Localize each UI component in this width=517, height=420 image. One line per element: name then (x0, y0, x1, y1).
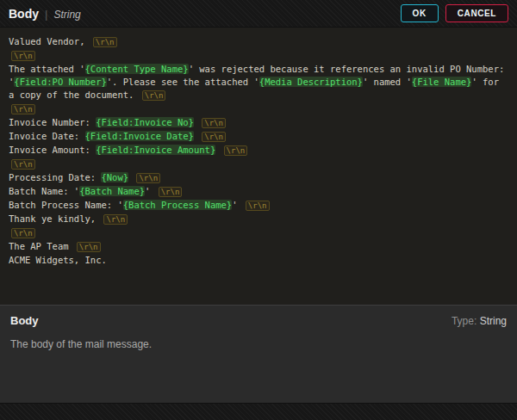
type-label: Type: (452, 315, 477, 327)
editor-text: The attached ' (9, 64, 85, 74)
crlf-token: \r\n (11, 159, 35, 170)
template-token: {Content Type Name} (85, 64, 189, 74)
crlf-token: \r\n (77, 242, 101, 252)
editor-line: The attached '{Content Type Name}' was r… (9, 63, 508, 102)
editor-text: ' (145, 186, 156, 196)
editor-line: Thank ye kindly, \r\n (9, 213, 508, 226)
editor-text (215, 145, 221, 155)
crlf-token: \r\n (142, 90, 166, 101)
template-token: {Field:Invoice Amount} (96, 145, 215, 155)
dialog-type-subtitle: String (53, 9, 80, 21)
editor-line: Invoice Amount: {Field:Invoice Amount} \… (9, 144, 508, 158)
editor-text (128, 172, 134, 182)
info-header: Body Type: String (10, 314, 507, 327)
title-separator: | (45, 8, 47, 21)
editor-text: ' named ' (363, 77, 412, 87)
field-description: The body of the mail message. (10, 338, 507, 350)
editor-line: \r\n (9, 102, 508, 116)
crlf-token: \r\n (11, 104, 35, 114)
crlf-token: \r\n (103, 214, 128, 225)
editor-text: Invoice Amount: (9, 145, 96, 155)
editor-text: Processing Date: (9, 172, 101, 182)
editor-text: '. Please see the attached ' (107, 77, 259, 87)
footer-strip (0, 403, 517, 420)
template-token: {Field:Invoice Date} (85, 131, 194, 141)
field-type: Type: String (452, 315, 507, 327)
editor-line: Processing Date: {Now} \r\n (9, 171, 508, 185)
editor-line: Batch Name: '{Batch Name}' \r\n (9, 185, 508, 199)
dialog-title: Body (9, 7, 39, 21)
crlf-token: \r\n (224, 145, 248, 156)
template-token: {Now} (101, 172, 128, 182)
editor-line: \r\n (9, 49, 508, 63)
crlf-token: \r\n (11, 51, 35, 61)
editor-line: Valued Vendor, \r\n (9, 35, 508, 49)
editor-text: Batch Name: ' (9, 186, 79, 196)
crlf-token: \r\n (93, 37, 117, 47)
crlf-token: \r\n (202, 132, 226, 142)
template-token: {Field:PO Number} (14, 77, 106, 87)
ok-button[interactable]: OK (401, 4, 439, 22)
editor-text: Invoice Number: (9, 117, 96, 127)
crlf-token: \r\n (159, 187, 183, 197)
cancel-button[interactable]: CANCEL (445, 4, 508, 22)
editor-text: Invoice Date: (9, 131, 85, 141)
editor-line: Invoice Date: {Field:Invoice Date} \r\n (9, 130, 508, 144)
body-editor-dialog: Body | String OK CANCEL Valued Vendor, \… (0, 0, 517, 420)
editor-text: Valued Vendor, (9, 36, 90, 46)
template-token: {Batch Name} (79, 186, 145, 196)
dialog-actions: OK CANCEL (401, 4, 508, 22)
editor-text: Batch Process Name: ' (9, 200, 123, 210)
editor-text (194, 131, 199, 141)
editor-line: Invoice Number: {Field:Invoice No} \r\n (9, 116, 508, 130)
field-name: Body (10, 314, 39, 327)
editor-text: ' (232, 200, 243, 210)
editor-line: \r\n (9, 226, 508, 240)
crlf-token: \r\n (202, 118, 226, 128)
info-panel: Body Type: String The body of the mail m… (0, 305, 517, 403)
template-token: {Field:Invoice No} (96, 117, 194, 127)
crlf-token: \r\n (11, 228, 35, 238)
type-value: String (480, 315, 507, 327)
body-text-editor[interactable]: Valued Vendor, \r\n\r\nThe attached '{Co… (0, 28, 517, 305)
editor-line: Batch Process Name: '{Batch Process Name… (9, 199, 508, 213)
editor-text: Thank ye kindly, (9, 213, 101, 224)
editor-text: ACME Widgets, Inc. (9, 255, 107, 265)
crlf-token: \r\n (246, 201, 270, 211)
template-token: {File Name} (412, 77, 472, 87)
template-token: {Media Description} (259, 77, 363, 87)
editor-line: \r\n (9, 158, 508, 171)
editor-line: The AP Team \r\n (9, 240, 508, 254)
titlebar: Body | String OK CANCEL (0, 0, 517, 28)
editor-text (194, 117, 199, 127)
editor-line: ACME Widgets, Inc. (9, 254, 508, 267)
crlf-token: \r\n (136, 173, 160, 183)
title-group: Body | String (9, 7, 81, 21)
template-token: {Batch Process Name} (123, 200, 232, 210)
editor-text: The AP Team (9, 241, 74, 251)
